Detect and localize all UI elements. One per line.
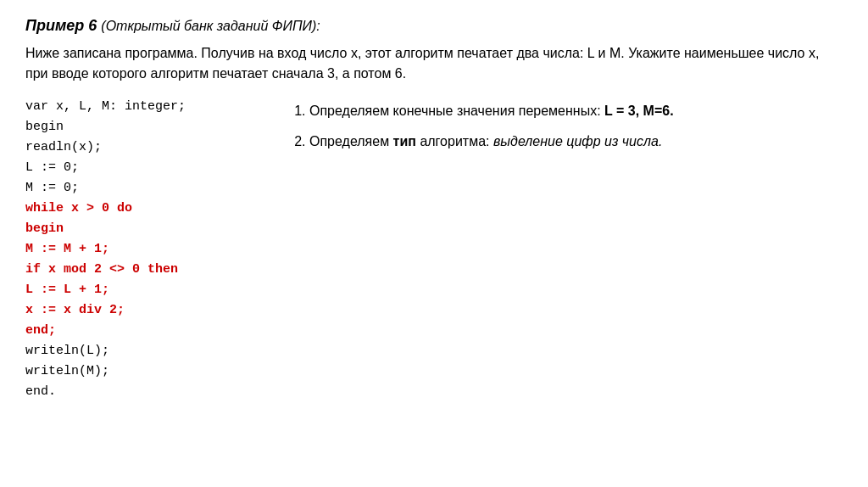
code-line-12: end; [25, 321, 263, 341]
explanation-item-1: Определяем конечные значения переменных:… [309, 101, 843, 121]
code-line-1: var x, L, M: integer; [25, 97, 263, 117]
content-area: var x, L, M: integer; begin readln(x); L… [25, 97, 843, 402]
title-line: Пример 6 (Открытый банк заданий ФИПИ): [25, 17, 843, 35]
code-line-8: M := M + 1; [25, 239, 263, 260]
title-main: Пример 6 [25, 17, 97, 34]
explanation-item-2: Определяем тип алгоритма: выделение цифр… [309, 132, 843, 152]
code-line-6: while x > 0 do [25, 199, 263, 219]
code-line-15: end. [25, 382, 263, 402]
code-line-4: L := 0; [25, 158, 263, 178]
code-line-10: L := L + 1; [25, 280, 263, 300]
code-line-2: begin [25, 117, 263, 137]
page-container: Пример 6 (Открытый банк заданий ФИПИ): Н… [25, 17, 843, 402]
code-line-13: writeln(L); [25, 341, 263, 361]
code-line-11: x := x div 2; [25, 300, 263, 321]
description-text: Ниже записана программа. Получив на вход… [25, 43, 843, 84]
code-line-5: M := 0; [25, 178, 263, 199]
explanation-item2-middle: алгоритма: [416, 134, 490, 148]
explanation-item2-prefix: Определяем [309, 134, 389, 148]
explanation-item1-values: L = 3, M=6. [601, 104, 674, 118]
title-subtitle: (Открытый банк заданий ФИПИ): [101, 19, 320, 33]
code-block: var x, L, M: integer; begin readln(x); L… [25, 97, 263, 402]
code-line-7: begin [25, 219, 263, 239]
explanation-block: Определяем конечные значения переменных:… [288, 97, 843, 162]
code-line-9: if x mod 2 <> 0 then [25, 260, 263, 280]
code-line-14: writeln(M); [25, 361, 263, 382]
explanation-item1-prefix: Определяем конечные значения переменных: [309, 104, 601, 118]
explanation-item2-bold: тип [389, 134, 416, 148]
explanation-item2-italic: выделение цифр из числа. [490, 134, 663, 148]
code-line-3: readln(x); [25, 137, 263, 158]
